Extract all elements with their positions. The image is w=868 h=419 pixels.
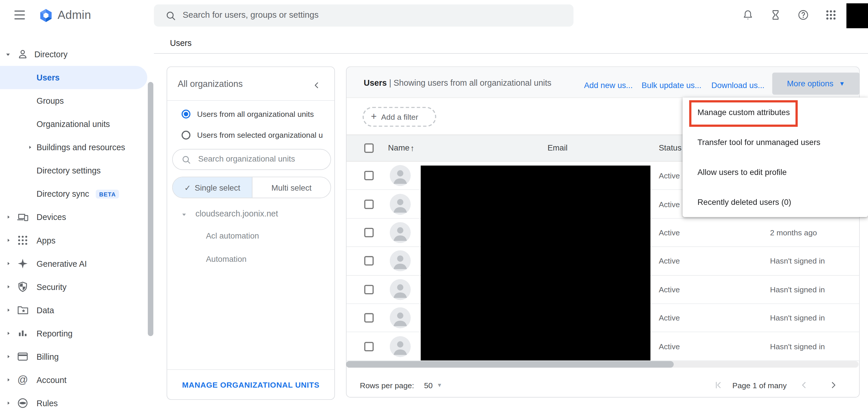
sidebar-item-label[interactable]: Users bbox=[37, 73, 60, 82]
column-header-name[interactable]: Name bbox=[388, 144, 410, 152]
radio-unselected-icon[interactable] bbox=[182, 131, 190, 140]
first-page-icon[interactable] bbox=[713, 380, 723, 390]
sidebar-item-label[interactable]: Reporting bbox=[37, 329, 73, 338]
apps-grid-icon[interactable] bbox=[825, 9, 837, 21]
menu-item-recently-deleted-users-0[interactable]: Recently deleted users (0) bbox=[683, 187, 868, 217]
sidebar-item-label[interactable]: Generative AI bbox=[37, 259, 87, 268]
sidebar-item-label[interactable]: Groups bbox=[37, 96, 64, 106]
row-checkbox[interactable] bbox=[364, 199, 374, 209]
horizontal-scrollbar-thumb[interactable] bbox=[346, 361, 674, 367]
sidebar-item-label[interactable]: Rules bbox=[37, 398, 58, 408]
user-status: Active bbox=[659, 285, 680, 294]
chevron-right-icon[interactable] bbox=[27, 144, 33, 150]
column-header-status[interactable]: Status bbox=[659, 144, 682, 152]
org-tree-child[interactable]: Acl automation bbox=[206, 232, 259, 240]
sidebar-item-label[interactable]: Account bbox=[37, 375, 66, 384]
org-tree-child[interactable]: Automation bbox=[206, 255, 247, 264]
sidebar-item-organizational-units[interactable]: Organizational units bbox=[0, 113, 154, 136]
menu-item-allow-users-to-edit-profile[interactable]: Allow users to edit profile bbox=[683, 157, 868, 187]
sidebar-item-groups[interactable]: Groups bbox=[0, 89, 154, 113]
user-avatar bbox=[390, 336, 411, 357]
row-checkbox[interactable] bbox=[364, 313, 374, 323]
manage-org-units-button[interactable]: MANAGE ORGANIZATIONAL UNITS bbox=[167, 380, 334, 389]
account-avatar[interactable] bbox=[846, 3, 868, 28]
menu-item-manage-custom-attributes[interactable]: Manage custom attributes bbox=[683, 97, 868, 127]
sidebar-item-billing[interactable]: Billing bbox=[0, 345, 154, 368]
sidebar-item-directory-sync[interactable]: Directory syncBETA bbox=[0, 182, 154, 205]
sidebar-item-label[interactable]: Data bbox=[37, 305, 54, 315]
collapse-panel-icon[interactable] bbox=[312, 80, 321, 90]
add-new-user-link[interactable]: Add new us... bbox=[584, 81, 632, 89]
chevron-right-icon[interactable] bbox=[5, 307, 11, 313]
menu-item-transfer-tool-for-unmanaged-users[interactable]: Transfer tool for unmanaged users bbox=[683, 127, 868, 157]
sort-ascending-icon[interactable]: ↑ bbox=[410, 144, 414, 153]
sidebar-item-label[interactable]: Directory settings bbox=[37, 166, 101, 175]
radio-selected-org-units[interactable]: Users from selected organizational u bbox=[182, 126, 332, 144]
sidebar-item-label[interactable]: Security bbox=[37, 282, 66, 292]
column-header-email[interactable]: Email bbox=[548, 144, 568, 152]
next-page-icon[interactable] bbox=[828, 380, 839, 390]
chevron-right-icon[interactable] bbox=[5, 261, 11, 267]
sidebar-item-label[interactable]: Directory syncBETA bbox=[37, 189, 119, 199]
radio-all-org-units[interactable]: Users from all organizational units bbox=[182, 105, 314, 123]
sidebar-item-account[interactable]: @Account bbox=[0, 368, 154, 391]
sidebar-item-label[interactable]: Buildings and resources bbox=[37, 143, 125, 152]
select-all-checkbox[interactable] bbox=[364, 144, 374, 153]
chevron-right-icon[interactable] bbox=[5, 214, 11, 220]
sidebar-item-label[interactable]: Organizational units bbox=[37, 119, 110, 129]
sidebar-item-users[interactable]: Users bbox=[0, 66, 154, 89]
chevron-right-icon[interactable] bbox=[5, 354, 11, 360]
tree-collapse-icon[interactable] bbox=[180, 211, 188, 218]
main-menu-icon[interactable] bbox=[14, 10, 25, 19]
caret-down-icon[interactable]: ▼ bbox=[437, 382, 442, 388]
row-checkbox[interactable] bbox=[364, 256, 374, 266]
sidebar-item-apps[interactable]: Apps bbox=[0, 229, 154, 252]
help-icon[interactable] bbox=[797, 9, 809, 21]
bulk-update-users-link[interactable]: Bulk update us... bbox=[642, 81, 702, 89]
users-panel-title: Users | Showing users from all organizat… bbox=[364, 78, 551, 87]
add-filter-button[interactable]: + Add a filter bbox=[363, 107, 436, 127]
user-avatar bbox=[390, 165, 411, 186]
sidebar-item-directory[interactable]: Directory bbox=[0, 47, 154, 62]
single-select-tab[interactable]: ✓ Single select bbox=[173, 177, 252, 198]
more-options-menu: Manage custom attributesTransfer tool fo… bbox=[683, 97, 868, 217]
chevron-right-icon[interactable] bbox=[5, 330, 11, 336]
sidebar-item-label[interactable]: Directory bbox=[34, 50, 67, 59]
global-search-input[interactable]: Search for users, groups or settings bbox=[154, 4, 574, 26]
row-checkbox[interactable] bbox=[364, 228, 374, 237]
org-units-search-input[interactable]: Search organizational units bbox=[172, 149, 331, 170]
sidebar-item-generative-ai[interactable]: Generative AI bbox=[0, 252, 154, 275]
rows-per-page-value[interactable]: 50 bbox=[424, 381, 433, 390]
row-checkbox[interactable] bbox=[364, 342, 374, 351]
chevron-right-icon[interactable] bbox=[5, 237, 11, 243]
sidebar-scrollbar[interactable] bbox=[148, 82, 153, 336]
notifications-bell-icon[interactable] bbox=[742, 9, 754, 21]
chevron-right-icon[interactable] bbox=[5, 400, 11, 406]
sidebar-item-label[interactable]: Billing bbox=[37, 352, 59, 361]
org-tree-root[interactable]: cloudsearch.joonix.net bbox=[195, 209, 278, 218]
row-checkbox[interactable] bbox=[364, 285, 374, 294]
folder-star-icon bbox=[17, 304, 29, 316]
chevron-right-icon[interactable] bbox=[5, 377, 11, 383]
download-users-link[interactable]: Download us... bbox=[711, 81, 765, 89]
sidebar-item-security[interactable]: Security bbox=[0, 275, 154, 298]
row-checkbox[interactable] bbox=[364, 171, 374, 180]
chevron-right-icon[interactable] bbox=[5, 284, 11, 290]
previous-page-icon[interactable] bbox=[799, 380, 809, 390]
google-admin-console: Admin Search for users, groups or settin… bbox=[0, 0, 868, 419]
sidebar-item-directory-settings[interactable]: Directory settings bbox=[0, 159, 154, 182]
multi-select-tab[interactable]: Multi select bbox=[252, 177, 331, 198]
breadcrumb[interactable]: Users bbox=[170, 38, 192, 48]
sidebar-item-data[interactable]: Data bbox=[0, 298, 154, 322]
sidebar-sections: DevicesAppsGenerative AISecurityDataRepo… bbox=[0, 205, 154, 415]
sidebar-item-buildings-and-resources[interactable]: Buildings and resources bbox=[0, 136, 154, 159]
sidebar-item-devices[interactable]: Devices bbox=[0, 205, 154, 229]
sidebar-item-label[interactable]: Apps bbox=[37, 236, 56, 245]
sidebar-item-label[interactable]: Devices bbox=[37, 212, 66, 222]
sidebar-item-rules[interactable]: Rules bbox=[0, 391, 154, 415]
radio-selected-icon[interactable] bbox=[182, 110, 190, 118]
admin-logo-icon bbox=[38, 7, 54, 24]
sidebar-item-reporting[interactable]: Reporting bbox=[0, 322, 154, 345]
pending-tasks-hourglass-icon[interactable] bbox=[770, 9, 782, 21]
more-options-button[interactable]: More options ▼ bbox=[772, 72, 860, 95]
